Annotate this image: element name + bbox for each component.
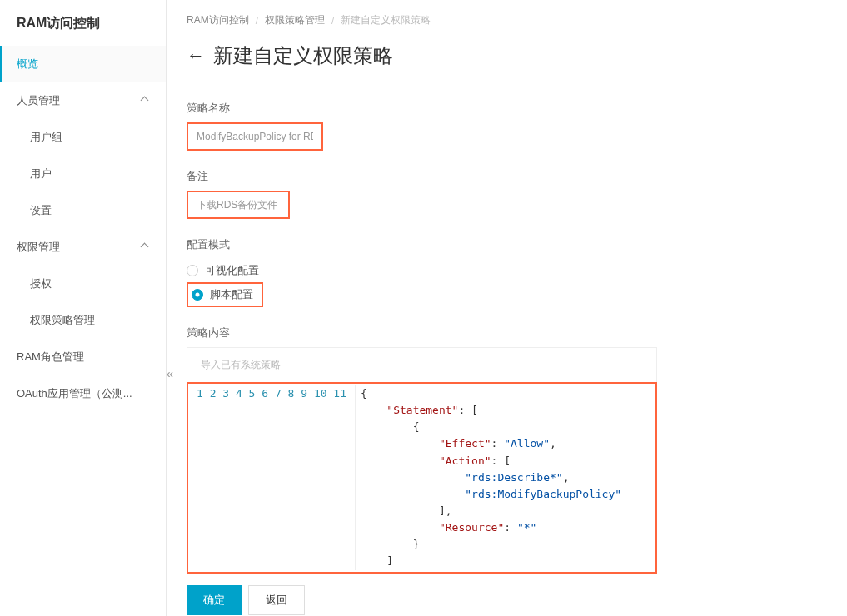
breadcrumb: RAM访问控制 / 权限策略管理 / 新建自定义权限策略 (187, 8, 827, 27)
sidebar-item-label: 人员管理 (17, 93, 60, 108)
sidebar-title: RAM访问控制 (0, 0, 166, 46)
remark-label: 备注 (187, 169, 827, 184)
radio-script-highlight: 脚本配置 (187, 282, 263, 307)
remark-highlight (187, 191, 290, 219)
sidebar-item[interactable]: 用户组 (0, 119, 166, 156)
sidebar-item[interactable]: 概览 (0, 46, 166, 82)
sidebar: RAM访问控制 概览人员管理用户组用户设置权限管理授权权限策略管理RAM角色管理… (0, 0, 167, 616)
sidebar-item-label: 权限管理 (17, 240, 60, 255)
config-mode-label: 配置模式 (187, 237, 827, 252)
back-arrow-icon[interactable]: ← (187, 47, 205, 65)
breadcrumb-item[interactable]: 权限策略管理 (265, 13, 325, 27)
sidebar-item[interactable]: OAuth应用管理（公测... (0, 375, 166, 412)
radio-visual-label: 可视化配置 (205, 263, 259, 278)
sidebar-item[interactable]: 权限策略管理 (0, 302, 166, 339)
policy-name-highlight (187, 122, 323, 151)
breadcrumb-item-current: 新建自定义权限策略 (341, 13, 431, 27)
chevron-up-icon (141, 97, 149, 105)
sidebar-item[interactable]: 设置 (0, 192, 166, 229)
page-title: 新建自定义权限策略 (213, 42, 393, 69)
sidebar-item-label: 用户 (30, 166, 52, 181)
sidebar-item-label: 权限策略管理 (30, 313, 95, 328)
radio-icon (187, 265, 198, 276)
sidebar-item[interactable]: 用户 (0, 156, 166, 192)
remark-input[interactable] (188, 192, 288, 217)
code-editor[interactable]: 1 2 3 4 5 6 7 8 9 10 11 { "Statement": [… (188, 384, 655, 572)
sidebar-item-label: 设置 (30, 203, 52, 218)
radio-icon-checked[interactable] (192, 289, 203, 301)
sidebar-item[interactable]: RAM角色管理 (0, 339, 166, 375)
radio-script-label: 脚本配置 (210, 287, 253, 302)
code-content[interactable]: { "Statement": [ { "Effect": "Allow", "A… (355, 385, 652, 570)
sidebar-item-label: 概览 (17, 57, 38, 72)
main-content: RAM访问控制 / 权限策略管理 / 新建自定义权限策略 ← 新建自定义权限策略… (167, 0, 847, 616)
line-numbers: 1 2 3 4 5 6 7 8 9 10 11 (192, 385, 355, 570)
sidebar-item[interactable]: 权限管理 (0, 229, 166, 266)
sidebar-collapse-handle[interactable] (167, 365, 173, 382)
radio-visual-config[interactable]: 可视化配置 (187, 259, 827, 282)
code-editor-highlight: 1 2 3 4 5 6 7 8 9 10 11 { "Statement": [… (187, 382, 657, 574)
policy-name-input[interactable] (188, 124, 321, 149)
chevron-up-icon (141, 243, 149, 251)
import-policy-bar[interactable]: 导入已有系统策略 (187, 347, 657, 382)
sidebar-item-label: 用户组 (30, 130, 62, 145)
policy-name-label: 策略名称 (187, 101, 827, 116)
sidebar-item-label: 授权 (30, 276, 52, 291)
policy-content-label: 策略内容 (187, 325, 827, 340)
confirm-button[interactable]: 确定 (187, 585, 242, 615)
sidebar-item-label: RAM角色管理 (17, 350, 84, 365)
sidebar-item-label: OAuth应用管理（公测... (17, 386, 132, 401)
breadcrumb-item[interactable]: RAM访问控制 (187, 13, 249, 27)
return-button[interactable]: 返回 (248, 585, 305, 615)
sidebar-item[interactable]: 授权 (0, 266, 166, 302)
sidebar-item[interactable]: 人员管理 (0, 82, 166, 119)
